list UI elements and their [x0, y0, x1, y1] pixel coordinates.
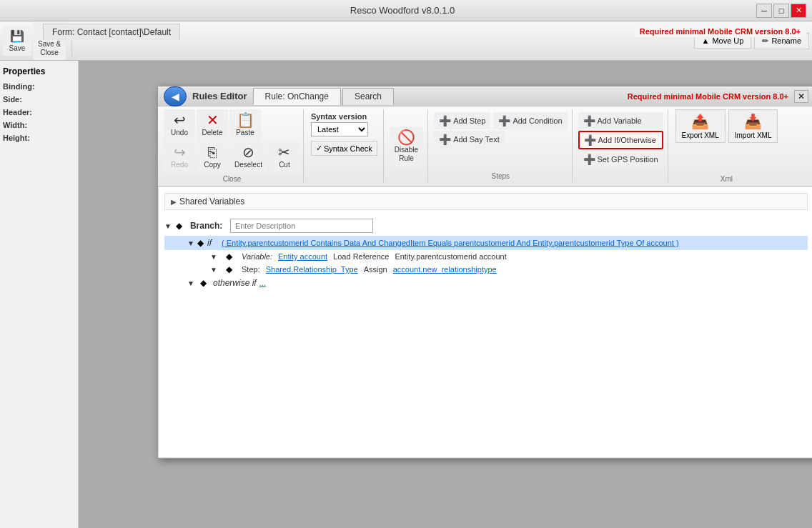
- syntax-version-label: Syntax version: [311, 112, 377, 121]
- disable-rule-icon: 🚫: [397, 130, 415, 144]
- close-section-label: Close: [164, 174, 300, 183]
- variable-keyword-label: Variable:: [242, 252, 272, 261]
- add-variable-button[interactable]: ➕ Add Variable: [578, 112, 663, 129]
- rules-editor-title: Rules Editor: [192, 91, 247, 101]
- dialog-close-button[interactable]: ✕: [794, 90, 808, 103]
- import-xml-button[interactable]: 📥 Import XML: [728, 109, 778, 143]
- add-say-text-button[interactable]: ➕ Add Say Text: [434, 131, 505, 148]
- syntax-version-select[interactable]: Latestv1v2: [311, 122, 368, 136]
- export-xml-button[interactable]: 📤 Export XML: [675, 109, 726, 143]
- minimize-button[interactable]: ─: [756, 4, 772, 18]
- xml-section-label: Xml: [721, 174, 733, 183]
- branch-sub-icon: ◆: [176, 221, 186, 231]
- tab-rule-onchange[interactable]: Rule: OnChange: [253, 88, 341, 105]
- var-expand-icon[interactable]: ▼: [210, 253, 220, 261]
- variable-type: Load Reference: [333, 252, 389, 261]
- paste-icon: 📋: [237, 113, 254, 127]
- breadcrumb-tab[interactable]: Form: Contact [contact]\Default: [43, 24, 180, 40]
- import-xml-icon: 📥: [744, 113, 762, 130]
- rename-icon: ✏: [762, 36, 768, 46]
- title-bar: Resco Woodford v8.0.1.0 ─ □ ✕: [0, 0, 812, 21]
- rules-toolbar: ↩ Undo ✕ Delete 📋 Paste: [158, 106, 812, 186]
- delete-button[interactable]: ✕ Delete: [197, 109, 228, 141]
- undo-icon: ↩: [174, 113, 186, 127]
- add-variable-icon: ➕: [583, 115, 595, 126]
- redo-icon: ↪: [174, 145, 186, 159]
- app-title: Resco Woodford v8.0.1.0: [49, 5, 756, 16]
- xml-buttons: 📤 Export XML 📥 Import XML: [675, 109, 778, 143]
- app-toolbar: 💾 Save 💾 Save & Close Form: Contact [con…: [0, 21, 812, 61]
- rules-editor-titlebar: ◀ Rules Editor Rule: OnChange Search Req…: [158, 86, 812, 106]
- branch-expand-icon[interactable]: ▼: [164, 222, 172, 230]
- if-keyword: if: [207, 238, 222, 248]
- branch-label: Branch:: [190, 221, 226, 231]
- copy-button[interactable]: ⎘ Copy: [197, 141, 228, 173]
- binding-row: Binding:: [3, 82, 75, 91]
- otherwise-dots[interactable]: ...: [259, 279, 266, 287]
- width-row: Width:: [3, 121, 75, 129]
- height-row: Height:: [3, 134, 75, 142]
- back-button[interactable]: ◀: [164, 86, 187, 106]
- otherwise-sub-icon: ◆: [200, 278, 210, 288]
- shared-variables-row[interactable]: ▶ Shared Variables: [164, 193, 808, 210]
- copy-icon: ⎘: [208, 145, 217, 159]
- dialog-required-notice: Required minimal Mobile CRM version 8.0+: [394, 92, 794, 101]
- properties-panel: Properties Binding: Side: Header: Width:…: [0, 61, 79, 528]
- add-condition-button[interactable]: ➕ Add Condition: [493, 112, 567, 129]
- side-row: Side:: [3, 95, 75, 104]
- close-button[interactable]: ✕: [791, 4, 806, 18]
- tab-search[interactable]: Search: [342, 88, 394, 105]
- branch-description-input[interactable]: [230, 219, 373, 233]
- step-keyword-label: Step:: [242, 265, 260, 274]
- add-condition-icon: ➕: [498, 115, 510, 126]
- paste-button[interactable]: 📋 Paste: [229, 109, 261, 141]
- add-if-otherwise-button[interactable]: ➕ Add If/Otherwise: [578, 131, 663, 149]
- save-toolbar-button[interactable]: 💾 Save: [3, 26, 31, 56]
- syntax-check-icon: ✓: [316, 144, 322, 153]
- add-step-icon: ➕: [439, 115, 451, 126]
- step-row: ▼ ◆ Step: Shared.Relationship_Type Assig…: [164, 263, 808, 276]
- steps-section-label: Steps: [434, 171, 567, 180]
- if-expand-icon[interactable]: ▼: [187, 239, 197, 247]
- export-xml-icon: 📤: [691, 113, 709, 130]
- cut-button[interactable]: ✂ Cut: [269, 141, 300, 173]
- branch-row: ▼ ◆ Branch:: [164, 216, 808, 236]
- xml-section: 📤 Export XML 📥 Import XML Xml: [670, 109, 784, 183]
- step-action: Assign: [364, 265, 387, 274]
- variable-name[interactable]: Entity account: [278, 252, 327, 261]
- otherwise-keyword: otherwise if: [213, 278, 257, 288]
- variable-row: ▼ ◆ Variable: Entity account Load Refere…: [164, 250, 808, 263]
- syntax-check-button[interactable]: ✓ Syntax Check: [311, 141, 377, 156]
- rules-editor-dialog: ◀ Rules Editor Rule: OnChange Search Req…: [157, 86, 812, 459]
- step-target[interactable]: account.new_relationshiptype: [393, 265, 497, 274]
- properties-title: Properties: [3, 66, 75, 76]
- redo-button[interactable]: ↪ Redo: [164, 141, 195, 173]
- move-up-icon: ▲: [702, 36, 710, 45]
- step-expand-icon[interactable]: ▼: [210, 266, 220, 274]
- if-condition[interactable]: ( Entity.parentcustomerid Contains Data …: [222, 239, 808, 247]
- step-sub-icon: ◆: [226, 264, 236, 274]
- add-step-button[interactable]: ➕ Add Step: [434, 112, 490, 129]
- otherwise-expand-icon[interactable]: ▼: [187, 279, 197, 287]
- delete-icon: ✕: [207, 113, 219, 127]
- add-if-otherwise-icon: ➕: [584, 134, 596, 146]
- disable-rule-button[interactable]: 🚫 Disable Rule: [390, 126, 423, 166]
- syntax-section: Syntax version Latestv1v2 ✓ Syntax Check: [305, 109, 384, 183]
- deselect-icon: ⊘: [242, 145, 254, 159]
- set-gps-icon: ➕: [583, 154, 595, 165]
- shared-variables-label: Shared Variables: [179, 196, 244, 206]
- step-name[interactable]: Shared.Relationship_Type: [266, 265, 358, 274]
- shared-vars-expand-icon: ▶: [171, 198, 177, 206]
- deselect-button[interactable]: ⊘ Deselect: [229, 141, 267, 173]
- undo-button[interactable]: ↩ Undo: [164, 109, 195, 141]
- header-row: Header:: [3, 108, 75, 116]
- if-row[interactable]: ▼ ◆ if ( Entity.parentcustomerid Contain…: [164, 236, 808, 250]
- otherwise-row: ▼ ◆ otherwise if ...: [164, 276, 808, 290]
- var-sub-icon: ◆: [226, 251, 236, 261]
- rules-content: ▶ Shared Variables ▼ ◆ Branch: ▼ ◆ if ( …: [158, 186, 812, 458]
- set-gps-position-button[interactable]: ➕ Set GPS Position: [578, 151, 663, 168]
- maximize-button[interactable]: □: [773, 4, 789, 18]
- app-required-notice: Required minimal Mobile CRM version 8.0+: [634, 26, 806, 37]
- window-controls[interactable]: ─ □ ✕: [756, 4, 806, 18]
- variable-details: Entity.parentcustomerid account: [395, 252, 506, 261]
